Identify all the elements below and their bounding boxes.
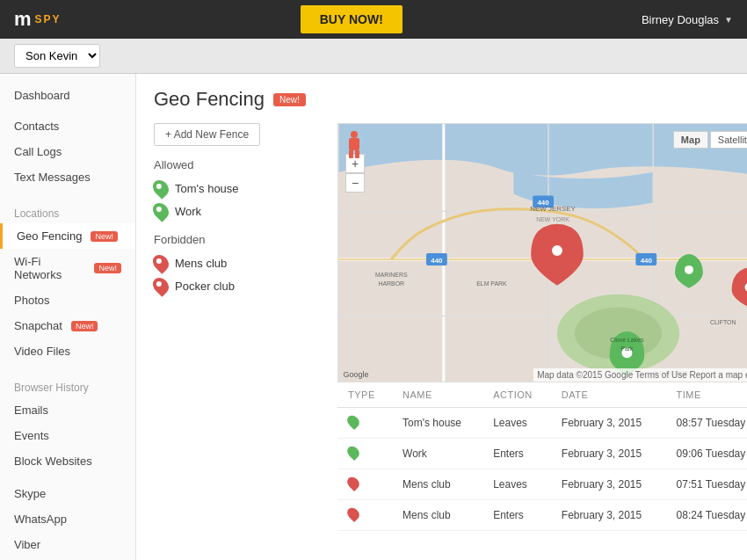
table-cell-date: February 3, 2015 xyxy=(551,469,666,500)
pin-icon xyxy=(344,505,361,522)
green-pin-icon xyxy=(149,177,171,199)
locations-section-label: Locations xyxy=(0,197,135,223)
sidebar-item-video-files[interactable]: Video Files xyxy=(0,338,135,364)
svg-text:NEW YORK: NEW YORK xyxy=(536,216,569,222)
forbidden-item-pocker-club: Pocker club xyxy=(154,274,325,297)
logo: m SPY xyxy=(14,8,62,31)
table-cell-action: Leaves xyxy=(482,408,551,439)
table-cell-type xyxy=(337,439,392,469)
pin-icon xyxy=(344,444,361,461)
table-cell-action: Leaves xyxy=(482,469,551,500)
map-container[interactable]: 440 440 440 xyxy=(337,123,747,382)
page-title-row: Geo Fencing New! xyxy=(154,88,729,111)
sidebar-item-photos[interactable]: Photos xyxy=(0,287,135,313)
sidebar-item-label: Geo Fencing xyxy=(17,229,82,243)
table-row: Mens club Leaves February 3, 2015 07:51 … xyxy=(337,469,747,500)
table-cell-time: 08:57 Tuesday xyxy=(666,408,747,439)
table-header-type: TYPE xyxy=(337,382,392,408)
svg-text:440: 440 xyxy=(431,257,443,265)
sidebar-item-label: Dashboard xyxy=(14,89,70,102)
map-controls: Map Satellite xyxy=(673,131,747,149)
user-selector[interactable]: Son Kevin xyxy=(14,44,100,68)
header: m SPY BUY NOW! Birney Douglas ▼ xyxy=(0,0,747,39)
map-person-icon xyxy=(345,131,363,162)
page-title: Geo Fencing xyxy=(154,88,265,111)
pin-icon xyxy=(344,475,361,491)
allowed-item-name: Tom's house xyxy=(175,182,239,195)
sidebar-item-label: Call Logs xyxy=(14,145,62,158)
allowed-label: Allowed xyxy=(154,158,325,171)
table-cell-type xyxy=(337,408,392,439)
allowed-item-work: Work xyxy=(154,200,325,222)
user-menu[interactable]: Birney Douglas ▼ xyxy=(642,13,733,26)
table-cell-time: 08:24 Tuesday xyxy=(666,500,747,531)
satellite-view-button[interactable]: Satellite xyxy=(710,131,747,149)
content-row: + Add New Fence Allowed Tom's house Work… xyxy=(154,123,729,531)
table-cell-type xyxy=(337,469,392,500)
svg-text:Google: Google xyxy=(344,370,369,379)
table-cell-time: 09:06 Tuesday xyxy=(666,439,747,469)
svg-text:440: 440 xyxy=(641,257,653,265)
sidebar-item-snapchat[interactable]: Snapchat New! xyxy=(0,313,135,338)
sidebar-item-label: Emails xyxy=(14,404,48,417)
svg-text:ELM PARK: ELM PARK xyxy=(476,280,507,287)
table-cell-name: Work xyxy=(392,439,482,469)
table-header-name: NAME xyxy=(392,382,482,408)
svg-rect-31 xyxy=(349,138,359,150)
table-cell-action: Enters xyxy=(482,500,551,531)
sidebar-item-dashboard[interactable]: Dashboard xyxy=(0,83,135,108)
table-row: Work Enters February 3, 2015 09:06 Tuesd… xyxy=(337,439,747,469)
table-cell-name: Mens club xyxy=(392,500,482,531)
sidebar-item-call-logs[interactable]: Call Logs xyxy=(0,139,135,164)
sidebar-item-text-messages[interactable]: Text Messages xyxy=(0,164,135,190)
add-new-fence-button[interactable]: + Add New Fence xyxy=(154,123,260,146)
svg-text:NEW JERSEY: NEW JERSEY xyxy=(530,205,576,213)
sidebar-item-emails[interactable]: Emails xyxy=(0,397,135,423)
table-cell-type xyxy=(337,500,392,531)
sidebar-item-label: Snapchat xyxy=(14,319,62,332)
left-panel: + Add New Fence Allowed Tom's house Work… xyxy=(154,123,325,531)
sidebar-item-whatsapp[interactable]: WhatsApp xyxy=(0,506,135,532)
sidebar-item-label: Video Files xyxy=(14,345,70,358)
allowed-item-toms-house: Tom's house xyxy=(154,177,325,200)
logo-m: m xyxy=(14,8,32,31)
red-pin-icon xyxy=(149,274,171,296)
forbidden-item-name: Pocker club xyxy=(175,280,235,293)
pin-icon xyxy=(344,413,361,430)
forbidden-item-name: Mens club xyxy=(175,257,227,270)
wifi-new-badge: New! xyxy=(94,263,121,273)
sidebar-item-wifi-networks[interactable]: Wi-Fi Networks New! xyxy=(0,249,135,287)
table-cell-name: Mens club xyxy=(392,469,482,500)
geo-fencing-new-badge: New! xyxy=(91,231,118,242)
svg-text:Park: Park xyxy=(620,345,634,352)
buy-now-button[interactable]: BUY NOW! xyxy=(301,5,403,33)
browser-history-section-label: Browser History xyxy=(0,371,135,397)
zoom-out-button[interactable]: − xyxy=(345,173,365,193)
sidebar-item-events[interactable]: Events xyxy=(0,423,135,448)
content-area: Geo Fencing New! + Add New Fence Allowed… xyxy=(136,74,747,560)
svg-text:MARINERS: MARINERS xyxy=(375,272,408,278)
sidebar-item-contacts[interactable]: Contacts xyxy=(0,113,135,139)
sidebar-item-viber[interactable]: Viber xyxy=(0,532,135,557)
map-view-button[interactable]: Map xyxy=(673,131,708,149)
svg-text:CLIFTON: CLIFTON xyxy=(710,319,736,325)
svg-rect-30 xyxy=(351,131,358,138)
sidebar-item-block-websites[interactable]: Block Websites xyxy=(0,448,135,474)
map-and-table: 440 440 440 xyxy=(337,123,747,531)
sidebar-item-geo-fencing[interactable]: Geo Fencing New! xyxy=(0,223,135,249)
sidebar-item-label: Contacts xyxy=(14,120,59,133)
user-dropdown-arrow-icon: ▼ xyxy=(724,15,733,25)
svg-text:Clove Lakes: Clove Lakes xyxy=(610,337,644,343)
allowed-item-name: Work xyxy=(175,205,201,218)
sidebar-item-label: Photos xyxy=(14,294,49,307)
table-cell-date: February 3, 2015 xyxy=(551,500,666,531)
sidebar-item-label: Text Messages xyxy=(14,171,91,184)
sidebar-item-skype[interactable]: Skype xyxy=(0,481,135,506)
table-header-date: DATE xyxy=(551,382,666,408)
forbidden-label: Forbidden xyxy=(154,233,325,246)
sub-header: Son Kevin xyxy=(0,39,747,74)
green-pin-icon xyxy=(149,200,171,222)
table-header-time: TIME xyxy=(666,382,747,408)
table-cell-date: February 3, 2015 xyxy=(551,439,666,469)
table-cell-action: Enters xyxy=(482,439,551,469)
